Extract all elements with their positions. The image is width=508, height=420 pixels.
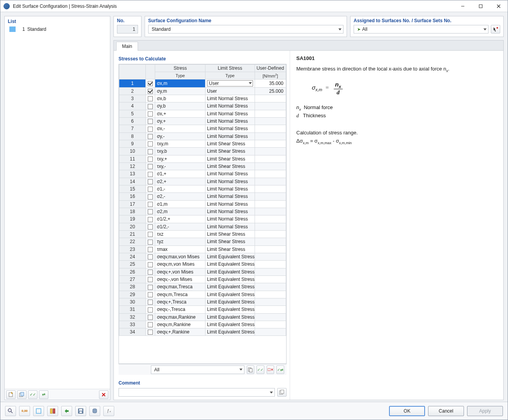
- limit-type-cell[interactable]: Limit Normal Stress: [205, 215, 255, 223]
- row-checkbox-cell[interactable]: [146, 185, 155, 192]
- user-defined-cell[interactable]: [255, 268, 286, 275]
- checkbox-icon[interactable]: [148, 209, 153, 214]
- stress-type-cell[interactable]: τxz: [155, 230, 205, 238]
- table-row[interactable]: 2σy,mUser25.000: [119, 87, 286, 95]
- cancel-button[interactable]: Cancel: [428, 406, 464, 416]
- row-checkbox-cell[interactable]: [146, 162, 155, 170]
- user-defined-cell[interactable]: [255, 125, 286, 132]
- stress-type-cell[interactable]: σeqv,+,Tresca: [155, 298, 205, 305]
- comment-library-button[interactable]: [277, 388, 287, 397]
- checkbox-icon[interactable]: [148, 81, 153, 86]
- pick-surface-button[interactable]: [491, 25, 500, 34]
- row-checkbox-cell[interactable]: [146, 245, 155, 253]
- stress-type-cell[interactable]: σeqv,max,Tresca: [155, 283, 205, 291]
- filter-combo[interactable]: All: [151, 365, 244, 374]
- table-row[interactable]: 14σ2,+Limit Normal Stress: [119, 178, 286, 185]
- checkbox-icon[interactable]: [148, 330, 153, 335]
- table-row[interactable]: 11τxy,+Limit Shear Stress: [119, 155, 286, 162]
- user-defined-cell[interactable]: [255, 193, 286, 200]
- checkbox-icon[interactable]: [148, 300, 153, 305]
- user-defined-cell[interactable]: [255, 238, 286, 245]
- config-list[interactable]: 1 Standard: [5, 26, 110, 389]
- stress-type-cell[interactable]: σ2,+: [155, 178, 205, 185]
- row-checkbox-cell[interactable]: [146, 283, 155, 291]
- stress-type-cell[interactable]: σeqv,m,von Mises: [155, 261, 205, 268]
- row-checkbox-cell[interactable]: [146, 178, 155, 185]
- user-defined-cell[interactable]: [255, 102, 286, 110]
- checkbox-icon[interactable]: [148, 172, 153, 177]
- copy-rows-button[interactable]: [247, 365, 255, 374]
- checkbox-icon[interactable]: [148, 270, 153, 275]
- user-defined-cell[interactable]: [255, 253, 286, 260]
- database-button[interactable]: [89, 406, 100, 416]
- checkbox-icon[interactable]: [148, 194, 153, 199]
- assigned-combo[interactable]: ➤ All: [354, 25, 489, 34]
- checkbox-icon[interactable]: [148, 89, 153, 94]
- stress-type-cell[interactable]: τyz: [155, 238, 205, 245]
- row-checkbox-cell[interactable]: [146, 268, 155, 275]
- limit-type-cell[interactable]: Limit Equivalent Stress: [205, 298, 255, 305]
- search-button[interactable]: [5, 406, 16, 416]
- table-row[interactable]: 19σ1/2,+Limit Normal Stress: [119, 215, 286, 223]
- stress-type-cell[interactable]: σeqv,-,Tresca: [155, 306, 205, 313]
- row-checkbox-cell[interactable]: [146, 215, 155, 223]
- user-defined-cell[interactable]: [255, 140, 286, 147]
- user-defined-cell[interactable]: [255, 178, 286, 185]
- limit-type-cell[interactable]: Limit Equivalent Stress: [205, 283, 255, 291]
- checkbox-icon[interactable]: [148, 217, 153, 222]
- limit-type-cell[interactable]: Limit Equivalent Stress: [205, 306, 255, 313]
- row-checkbox-cell[interactable]: [146, 117, 155, 125]
- uncheck-all-rows-button[interactable]: ☐✕: [267, 365, 274, 374]
- user-defined-cell[interactable]: [255, 328, 286, 336]
- user-defined-cell[interactable]: [255, 306, 286, 313]
- row-checkbox-cell[interactable]: [146, 95, 155, 102]
- stress-type-cell[interactable]: σ2,m: [155, 208, 205, 215]
- stress-type-cell[interactable]: τxy,-: [155, 162, 205, 170]
- stress-type-cell[interactable]: σeqv,max,Rankine: [155, 313, 205, 321]
- user-defined-cell[interactable]: [255, 208, 286, 215]
- stress-type-cell[interactable]: σy,+: [155, 117, 205, 125]
- limit-type-cell[interactable]: Limit Normal Stress: [205, 102, 255, 110]
- user-defined-cell[interactable]: [255, 275, 286, 283]
- limit-type-cell[interactable]: Limit Shear Stress: [205, 155, 255, 162]
- stress-type-cell[interactable]: σ2,-: [155, 193, 205, 200]
- limit-type-cell[interactable]: Limit Equivalent Stress: [205, 268, 255, 275]
- checkbox-icon[interactable]: [148, 322, 153, 327]
- row-checkbox-cell[interactable]: [146, 230, 155, 238]
- user-defined-cell[interactable]: [255, 155, 286, 162]
- checkbox-icon[interactable]: [148, 262, 153, 267]
- minimize-button[interactable]: [454, 0, 472, 12]
- checkbox-icon[interactable]: [148, 292, 153, 297]
- table-row[interactable]: 1σx,mUser35.000: [119, 79, 286, 87]
- table-row[interactable]: 12τxy,-Limit Shear Stress: [119, 162, 286, 170]
- limit-type-cell[interactable]: Limit Normal Stress: [205, 223, 255, 230]
- user-defined-cell[interactable]: [255, 283, 286, 291]
- info-button[interactable]: [47, 406, 58, 416]
- limit-type-cell[interactable]: Limit Normal Stress: [205, 208, 255, 215]
- limit-type-cell[interactable]: Limit Equivalent Stress: [205, 313, 255, 321]
- table-row[interactable]: 34σeqv,+,RankineLimit Equivalent Stress: [119, 328, 286, 336]
- user-defined-cell[interactable]: 25.000: [255, 87, 286, 95]
- user-defined-cell[interactable]: [255, 132, 286, 140]
- checkbox-icon[interactable]: [148, 240, 153, 245]
- table-row[interactable]: 16σ2,-Limit Normal Stress: [119, 193, 286, 200]
- row-checkbox-cell[interactable]: [146, 110, 155, 117]
- table-row[interactable]: 33σeqv,m,RankineLimit Equivalent Stress: [119, 321, 286, 328]
- table-row[interactable]: 21τxzLimit Shear Stress: [119, 230, 286, 238]
- table-row[interactable]: 18σ2,mLimit Normal Stress: [119, 208, 286, 215]
- limit-type-cell[interactable]: User: [205, 79, 255, 87]
- row-checkbox-cell[interactable]: [146, 193, 155, 200]
- table-row[interactable]: 17σ1,mLimit Normal Stress: [119, 200, 286, 208]
- limit-type-cell[interactable]: Limit Equivalent Stress: [205, 321, 255, 328]
- row-checkbox-cell[interactable]: [146, 253, 155, 260]
- row-checkbox-cell[interactable]: [146, 238, 155, 245]
- checkbox-icon[interactable]: [148, 96, 153, 101]
- user-defined-cell[interactable]: [255, 185, 286, 192]
- row-checkbox-cell[interactable]: [146, 275, 155, 283]
- stress-type-cell[interactable]: σeqv,+,von Mises: [155, 268, 205, 275]
- table-row[interactable]: 3σx,bLimit Normal Stress: [119, 95, 286, 102]
- user-defined-cell[interactable]: [255, 95, 286, 102]
- limit-type-cell[interactable]: Limit Equivalent Stress: [205, 291, 255, 298]
- checkbox-icon[interactable]: [148, 104, 153, 109]
- stress-type-cell[interactable]: σx,+: [155, 110, 205, 117]
